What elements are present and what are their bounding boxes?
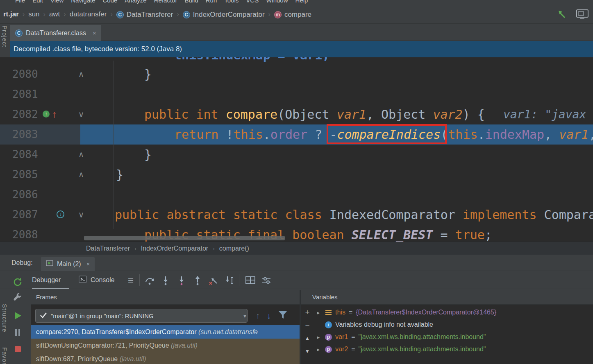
fold-marker-icon[interactable]: ∧ [77,64,85,84]
fold-marker-icon[interactable]: ∧ [77,145,85,165]
wrench-icon[interactable] [12,292,23,303]
menu-item-analyze[interactable]: Analyze [121,0,150,4]
sidebar-item-project[interactable]: Project [1,25,8,47]
code-editor[interactable]: this.indexMap = var1; 2080∧}20812082∨↑↑p… [0,57,593,242]
menu-item-help[interactable]: Help [292,0,312,4]
breadcrumb-item[interactable]: IndexOrderComparator [141,245,209,252]
chevron-right-icon[interactable]: ▸ [315,346,322,353]
step-over-icon[interactable] [144,275,155,286]
ide-window: FileEditViewNavigateCodeAnalyzeRefactorB… [0,0,593,364]
menu-item-tools[interactable]: Tools [220,0,242,4]
annotation-redbox [327,124,447,144]
sidebar-item-favorites[interactable]: Favorites [1,347,8,364]
class-icon: C [183,11,190,18]
breadcrumb-item[interactable]: CIndexOrderComparator [182,11,266,19]
breadcrumb-item[interactable]: mcompare [273,11,312,19]
chevron-right-icon[interactable]: ▸ [315,334,322,340]
tab-console[interactable]: Console [73,271,120,289]
implemented-marker-icon[interactable]: ↓ [57,210,64,218]
variable-row-var2[interactable]: ▸pvar2 = "javax.xml.ws.binding.attachmen… [315,343,486,355]
breadcrumb-bar: rt.jar›sun›awt›datatransfer›CDataTransfe… [0,5,593,24]
stop-icon[interactable] [12,344,23,354]
line-number: 2080 [12,64,38,84]
fold-marker-icon[interactable]: ∧ [77,165,85,185]
frame-row[interactable]: siftDownUsingComparator:721, PriorityQue… [31,339,300,352]
parameter-icon: p [325,346,332,353]
variable-name: var2 [335,346,348,353]
chevron-down-icon[interactable]: ▼ [243,314,247,319]
remove-watch-icon[interactable]: − [305,321,309,329]
menu-item-vcs[interactable]: VCS [242,0,262,4]
breadcrumb-item[interactable]: datatransfer [69,10,108,18]
up-arrow-icon[interactable]: ↑ [256,311,260,321]
frame-row[interactable]: siftDown:687, PriorityQueue (java.util) [31,352,300,364]
console-icon [79,276,87,285]
close-icon[interactable]: × [93,29,96,36]
force-step-into-icon[interactable] [176,275,187,286]
add-watch-icon[interactable]: + [305,308,309,316]
menu-item-run[interactable]: Run [202,0,221,4]
tab-datatransferer-class[interactable]: C DataTransferer.class × [10,25,101,41]
menu-item-code[interactable]: Code [99,0,121,4]
line-number: 2082 [12,104,38,124]
code-text: } [144,145,152,165]
step-out-icon[interactable] [192,275,203,286]
thread-selector[interactable]: "main"@1 in group "main": RUNNING [35,309,248,323]
list-menu-icon[interactable]: ≡ [125,275,136,286]
breadcrumb-item[interactable]: sun [27,10,40,18]
breadcrumb-item[interactable]: CDataTransferer [116,11,174,19]
equals-sign: = [351,346,355,353]
pause-icon[interactable] [12,327,23,338]
resume-icon[interactable] [12,310,23,321]
menu-item-navigate[interactable]: Navigate [67,0,99,4]
filter-icon[interactable] [278,310,288,321]
frame-row[interactable]: compare:2970, DataTransferer$IndexOrderC… [31,325,300,339]
down-arrow-icon[interactable]: ↓ [267,311,271,321]
jump-to-source-icon[interactable] [556,9,567,20]
variable-row-var1[interactable]: ▸pvar1 = "javax.xml.ws.binding.attachmen… [315,331,486,343]
breadcrumb-item[interactable]: compare() [219,245,249,252]
variable-row-this[interactable]: ▸this = {DataTransferer$IndexOrderCompar… [315,306,496,319]
menu-item-view[interactable]: View [47,0,67,4]
menu-item-build[interactable]: Build [181,0,202,4]
object-icon [325,309,332,316]
debug-session-tab[interactable]: Main (2) × [41,257,95,271]
line-number: 2088 [12,225,38,242]
settings-sliders-icon[interactable] [261,275,272,286]
layout-grid-icon[interactable] [245,275,256,286]
breadcrumb-item[interactable]: rt.jar [2,10,20,18]
override-marker-icon[interactable]: ↑ [43,111,50,118]
chevron-right-icon: › [107,11,115,18]
sidebar-item-structure[interactable]: Structure [1,304,8,332]
move-up-icon[interactable]: ▲ [305,335,310,342]
toolbar-separator [239,274,239,286]
breadcrumb-item[interactable]: DataTransferer [86,245,130,252]
close-icon[interactable]: × [86,260,90,267]
step-into-icon[interactable] [160,275,171,286]
menu-item-refactor[interactable]: Refactor [150,0,181,4]
move-down-icon[interactable]: ▼ [305,348,310,355]
horizontal-scrollbar[interactable] [84,236,285,240]
chevron-right-icon[interactable]: ▸ [315,310,322,316]
debug-tool-window: Debug: Main (2) × Debugger Console ≡ Fra… [0,255,593,364]
session-tab-label: Main (2) [57,260,81,268]
breadcrumb-item[interactable]: awt [48,10,61,18]
breadcrumb-label: DataTransferer [127,11,173,19]
chevron-right-icon: › [266,11,273,18]
menu-item-file[interactable]: File [11,0,29,4]
monitor-icon[interactable] [576,9,589,20]
menu-item-edit[interactable]: Edit [29,0,47,4]
rerun-icon[interactable] [12,277,23,287]
line-number: 2083 [12,124,38,145]
toolbar-separator [139,274,140,286]
debug-toolbar: Debugger Console ≡ [0,271,593,289]
variables-info-row[interactable]: iVariables debug info not available [315,319,433,331]
fold-marker-icon[interactable]: ∨ [77,205,85,225]
breadcrumb-label: compare [284,11,311,19]
up-arrow-icon: ↑ [52,108,57,121]
tab-debugger[interactable]: Debugger [26,271,66,289]
fold-marker-icon[interactable]: ∨ [77,104,85,124]
drop-frame-icon[interactable] [208,275,219,286]
run-to-cursor-icon[interactable] [224,275,235,286]
menu-item-window[interactable]: Window [262,0,291,4]
